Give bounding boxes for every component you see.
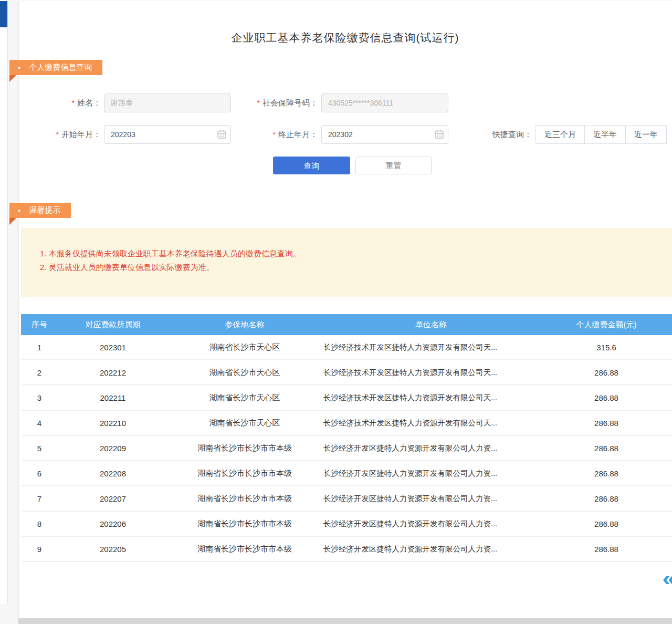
- table-cell: 长沙经济技术开发区捷特人力资源开发有限公司天...: [321, 393, 541, 403]
- payment-table: 序号 对应费款所属期 参保地名称 单位名称 个人缴费金额(元) 1202301湖…: [21, 314, 672, 562]
- page-title: 企业职工基本养老保险缴费信息查询(试运行): [18, 30, 672, 45]
- table-cell: 3: [21, 393, 58, 402]
- table-cell: 长沙经济技术开发区捷特人力资源开发有限公司天...: [321, 418, 541, 428]
- required-asterisk: *: [257, 99, 260, 107]
- table-row: 3202211湖南省长沙市天心区长沙经济技术开发区捷特人力资源开发有限公司天..…: [21, 386, 672, 411]
- table-row: 9202205湖南省长沙市长沙市市本级长沙经济开发区捷特人力资源开发有限公司人力…: [21, 537, 672, 562]
- table-cell: 9: [21, 545, 58, 554]
- ribbon-fold: [9, 75, 16, 82]
- quick-query-group: 近三个月 近半年 近一年: [536, 125, 667, 144]
- table-cell: 202212: [58, 368, 168, 377]
- collapse-panel-icon[interactable]: «: [662, 568, 672, 588]
- ribbon-fold: [9, 218, 16, 225]
- table-cell: 湖南省长沙市天心区: [168, 368, 321, 378]
- table-cell: 2: [21, 368, 58, 377]
- table-cell: 286.88: [541, 519, 672, 528]
- end-month-input[interactable]: [321, 125, 448, 144]
- table-cell: 湖南省长沙市长沙市市本级: [168, 494, 321, 504]
- quick-range-1year-button[interactable]: 近一年: [625, 125, 667, 144]
- table-header-cell: 参保地名称: [168, 314, 321, 335]
- ssn-label: *社会保障号码：: [226, 98, 318, 108]
- table-cell: 湖南省长沙市天心区: [168, 418, 321, 428]
- calendar-icon[interactable]: [435, 130, 444, 139]
- table-row: 6202208湖南省长沙市长沙市市本级长沙经济开发区捷特人力资源开发有限公司人力…: [21, 461, 672, 486]
- table-cell: 202209: [58, 444, 168, 453]
- quick-query-label: 快捷查询：: [471, 130, 532, 140]
- section-badge-personal-query: • 个人缴费信息查询: [9, 60, 102, 75]
- table-cell: 202208: [58, 469, 168, 478]
- section-badge-label: 温馨提示: [29, 205, 60, 215]
- end-month-field-wrap: [321, 125, 448, 144]
- table-cell: 202206: [58, 519, 168, 528]
- table-cell: 202301: [58, 343, 168, 352]
- table-cell: 湖南省长沙市长沙市市本级: [168, 544, 321, 554]
- ssn-field-wrap: [321, 93, 448, 112]
- query-button[interactable]: 查询: [273, 157, 350, 174]
- table-cell: 8: [21, 519, 58, 528]
- table-cell: 202207: [58, 494, 168, 503]
- table-cell: 4: [21, 419, 58, 428]
- table-cell: 长沙经济技术开发区捷特人力资源开发有限公司天...: [321, 368, 541, 378]
- table-cell: 1: [21, 343, 58, 352]
- page: 企业职工基本养老保险缴费信息查询(试运行) • 个人缴费信息查询 *姓名： *社…: [0, 0, 672, 624]
- table-cell: 6: [21, 469, 58, 478]
- start-month-label: *开始年月：: [32, 130, 101, 140]
- table-cell: 286.88: [541, 494, 672, 503]
- ssn-input[interactable]: [321, 93, 448, 112]
- notice-line: 2. 灵活就业人员的缴费单位信息以实际缴费为准。: [40, 261, 662, 274]
- required-asterisk: *: [72, 99, 75, 107]
- table-cell: 湖南省长沙市长沙市市本级: [168, 469, 321, 479]
- required-asterisk: *: [273, 130, 276, 139]
- calendar-icon[interactable]: [217, 130, 226, 139]
- quick-range-3months-button[interactable]: 近三个月: [536, 125, 585, 144]
- table-cell: 湖南省长沙市天心区: [168, 342, 321, 352]
- table-header: 序号 对应费款所属期 参保地名称 单位名称 个人缴费金额(元): [21, 314, 672, 335]
- table-cell: 长沙经济开发区捷特人力资源开发有限公司人力资...: [321, 469, 541, 479]
- left-rail: [0, 0, 8, 604]
- table-cell: 286.88: [541, 393, 672, 402]
- table-row: 1202301湖南省长沙市天心区长沙经济技术开发区捷特人力资源开发有限公司天..…: [21, 335, 672, 360]
- table-cell: 202211: [58, 393, 168, 402]
- notice-box: 1. 本服务仅提供尚未领取企业职工基本养老保险待遇人员的缴费信息查询。 2. 灵…: [21, 228, 672, 297]
- table-cell: 湖南省长沙市天心区: [168, 393, 321, 403]
- name-label: *姓名：: [32, 98, 101, 108]
- table-row: 5202209湖南省长沙市长沙市市本级长沙经济开发区捷特人力资源开发有限公司人力…: [21, 436, 672, 461]
- table-cell: 长沙经济开发区捷特人力资源开发有限公司人力资...: [321, 443, 541, 453]
- table-cell: 202205: [58, 545, 168, 554]
- table-cell: 湖南省长沙市长沙市市本级: [168, 443, 321, 453]
- table-cell: 7: [21, 494, 58, 503]
- notice-line: 1. 本服务仅提供尚未领取企业职工基本养老保险待遇人员的缴费信息查询。: [40, 247, 662, 261]
- sidebar-blue-block: [0, 1, 7, 27]
- end-month-label: *终止年月：: [226, 130, 318, 140]
- table-row: 8202206湖南省长沙市长沙市市本级长沙经济开发区捷特人力资源开发有限公司人力…: [21, 512, 672, 537]
- table-cell: 202210: [58, 419, 168, 428]
- reset-button[interactable]: 重置: [355, 157, 432, 174]
- table-header-cell: 对应费款所属期: [58, 314, 168, 335]
- table-cell: 5: [21, 444, 58, 453]
- name-input[interactable]: [104, 93, 231, 112]
- bullet-icon: •: [18, 206, 20, 214]
- table-header-cell: 单位名称: [321, 314, 541, 335]
- table-cell: 长沙经济开发区捷特人力资源开发有限公司人力资...: [321, 494, 541, 504]
- table-cell: 湖南省长沙市长沙市市本级: [168, 519, 321, 529]
- table-cell: 长沙经济技术开发区捷特人力资源开发有限公司天...: [321, 342, 541, 352]
- table-row: 7202207湖南省长沙市长沙市市本级长沙经济开发区捷特人力资源开发有限公司人力…: [21, 486, 672, 512]
- start-month-field-wrap: [104, 125, 231, 144]
- table-header-cell: 序号: [21, 314, 58, 335]
- start-month-input[interactable]: [104, 125, 231, 144]
- quick-range-halfyear-button[interactable]: 近半年: [584, 125, 626, 144]
- table-body: 1202301湖南省长沙市天心区长沙经济技术开发区捷特人力资源开发有限公司天..…: [21, 335, 672, 562]
- table-header-cell: 个人缴费金额(元): [541, 314, 672, 335]
- table-cell: 286.88: [541, 469, 672, 478]
- section-badge-label: 个人缴费信息查询: [29, 63, 92, 72]
- section-badge-tips: • 温馨提示: [9, 203, 71, 218]
- table-row: 4202210湖南省长沙市天心区长沙经济技术开发区捷特人力资源开发有限公司天..…: [21, 411, 672, 436]
- table-cell: 286.88: [541, 444, 672, 453]
- table-cell: 286.88: [541, 545, 672, 554]
- table-cell: 长沙经济开发区捷特人力资源开发有限公司人力资...: [321, 519, 541, 529]
- bottom-band: [18, 618, 672, 624]
- bullet-icon: •: [18, 64, 20, 71]
- table-cell: 286.88: [541, 419, 672, 428]
- name-field-wrap: [104, 93, 231, 112]
- table-cell: 长沙经济开发区捷特人力资源开发有限公司人力资...: [321, 544, 541, 554]
